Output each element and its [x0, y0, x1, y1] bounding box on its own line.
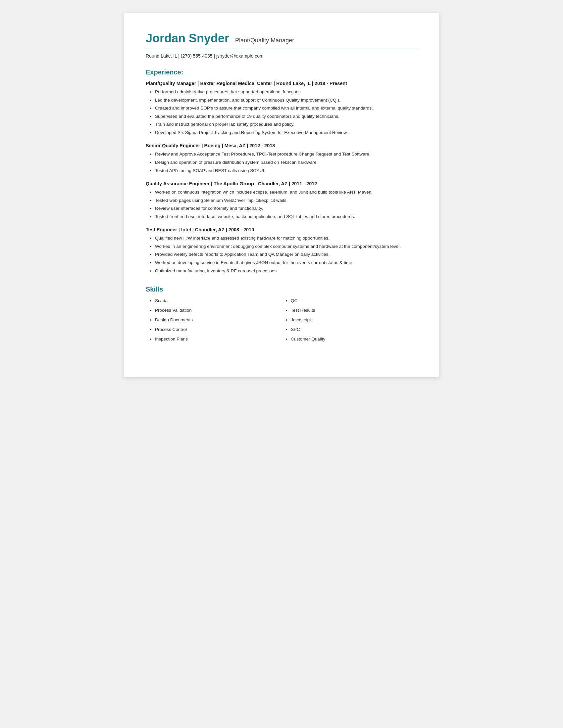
candidate-name: Jordan Snyder [146, 31, 229, 45]
experience-section: Experience: Plant/Quality Manager | Baxt… [146, 68, 417, 274]
job-bullets-3: Qualified new H/W interface and assessed… [146, 235, 417, 274]
job-bullet-2-3: Tested front end user interface, website… [155, 213, 417, 220]
experience-section-title: Experience: [146, 68, 417, 76]
job-bullet-3-0: Qualified new H/W interface and assessed… [155, 235, 417, 242]
skill-right-2: Javascript [291, 317, 417, 323]
job-bullet-3-3: Worked on developing service in Events t… [155, 259, 417, 266]
skill-right-3: SPC [291, 327, 417, 333]
candidate-job-title: Plant/Quality Manager [235, 37, 294, 44]
skill-left-2: Design Documents [155, 317, 282, 323]
job-bullets-1: Review and Approve Acceptance Test Proce… [146, 151, 417, 174]
job-bullets-0: Performed administrative procedures that… [146, 89, 417, 136]
job-bullet-0-4: Train and instruct personal on proper la… [155, 121, 417, 128]
skills-section-title: Skills [146, 286, 417, 293]
contact-info: Round Lake, IL | (270) 555-4035 | jsnyde… [146, 53, 417, 59]
job-bullet-0-2: Created and improved SOP's to assure tha… [155, 105, 417, 112]
job-bullet-3-4: Optimized manufacturing, inventory & RF … [155, 268, 417, 274]
job-bullet-0-1: Led the development, implementation, and… [155, 97, 417, 104]
resume-page: Jordan Snyder Plant/Quality Manager Roun… [124, 13, 439, 377]
skill-right-4: Customer Quality [291, 336, 417, 342]
job-bullet-0-0: Performed administrative procedures that… [155, 89, 417, 95]
job-entry-2: Quality Assurance Engineer | The Apollo … [146, 181, 417, 220]
skill-left-4: Inspection Plans [155, 336, 282, 342]
skill-left-1: Process Validation [155, 307, 282, 314]
name-title-row: Jordan Snyder Plant/Quality Manager [146, 31, 417, 45]
skill-right-1: Test Results [291, 307, 417, 314]
job-heading-1: Senior Quality Engineer | Boeing | Mesa,… [146, 143, 417, 148]
job-entry-3: Test Engineer | Intel | Chandler, AZ | 2… [146, 227, 417, 274]
skill-left-3: Process Control [155, 327, 282, 333]
job-heading-3: Test Engineer | Intel | Chandler, AZ | 2… [146, 227, 417, 232]
job-bullet-2-1: Tested web pages using Selenium WebDrive… [155, 197, 417, 204]
job-heading-0: Plant/Quality Manager | Baxter Regional … [146, 81, 417, 86]
jobs-container: Plant/Quality Manager | Baxter Regional … [146, 81, 417, 274]
job-bullet-1-0: Review and Approve Acceptance Test Proce… [155, 151, 417, 158]
skills-left-column: ScadaProcess ValidationDesign DocumentsP… [146, 298, 282, 345]
skills-section: Skills ScadaProcess ValidationDesign Doc… [146, 286, 417, 345]
skills-grid: ScadaProcess ValidationDesign DocumentsP… [146, 298, 417, 345]
skill-right-0: QC [291, 298, 417, 304]
job-bullet-0-3: Supervised and evaluated the performance… [155, 113, 417, 120]
job-bullet-3-2: Provided weekly defects reports to Appli… [155, 251, 417, 258]
job-bullet-0-5: Developed Six Sigma Project Tracking and… [155, 129, 417, 136]
job-bullet-2-2: Review user interfaces for conformity an… [155, 205, 417, 212]
job-bullet-2-0: Worked on continuous integration which i… [155, 189, 417, 196]
job-entry-0: Plant/Quality Manager | Baxter Regional … [146, 81, 417, 136]
header-section: Jordan Snyder Plant/Quality Manager Roun… [146, 31, 417, 59]
header-divider [146, 49, 417, 49]
job-bullet-3-1: Worked in an engineering environment deb… [155, 243, 417, 250]
job-bullet-1-1: Design and operation of pressure distrib… [155, 159, 417, 166]
job-bullets-2: Worked on continuous integration which i… [146, 189, 417, 220]
job-entry-1: Senior Quality Engineer | Boeing | Mesa,… [146, 143, 417, 174]
skills-right-column: QCTest ResultsJavascriptSPCCustomer Qual… [282, 298, 417, 345]
job-heading-2: Quality Assurance Engineer | The Apollo … [146, 181, 417, 186]
skill-left-0: Scada [155, 298, 282, 304]
job-bullet-1-2: Tested API's using SOAP and REST calls u… [155, 167, 417, 174]
